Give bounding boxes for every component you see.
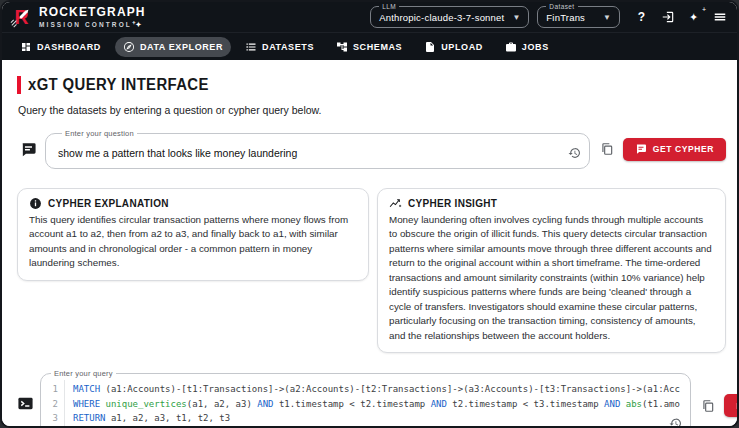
main-content: xGT QUERY INTERFACE Query the datasets b… xyxy=(2,60,737,428)
copy-question-icon[interactable] xyxy=(600,142,614,156)
cypher-insight-card: CYPHER INSIGHT Money laundering often in… xyxy=(377,188,726,353)
schema-tree-icon xyxy=(336,41,348,53)
insight-trend-icon xyxy=(389,197,402,210)
nav-item-schemas[interactable]: SCHEMAS xyxy=(328,37,410,57)
nav-item-jobs[interactable]: JOBS xyxy=(497,37,557,57)
page-title: xGT QUERY INTERFACE xyxy=(28,76,209,94)
info-icon xyxy=(29,197,42,210)
ai-sparkle-icon[interactable]: ✦+ xyxy=(686,10,701,25)
briefcase-icon xyxy=(505,41,517,53)
nav-item-upload[interactable]: UPLOAD xyxy=(416,37,491,57)
top-header: R ROCKETGRAPH MISSION CONTROL⁺✦ LLM Anth… xyxy=(2,2,737,32)
nav-item-dashboard[interactable]: DASHBOARD xyxy=(12,37,109,57)
llm-select-label: LLM xyxy=(379,3,399,10)
run-query-button[interactable]: RUN QUERY xyxy=(724,394,739,417)
query-editor-label: Enter your query xyxy=(51,369,116,378)
nav-item-data-explorer[interactable]: DATA EXPLORER xyxy=(115,37,231,57)
insight-body: Money laundering often involves cycling … xyxy=(389,213,714,343)
chevron-down-icon: ▼ xyxy=(512,13,520,22)
page-subtitle: Query the datasets by entering a questio… xyxy=(18,104,726,116)
title-accent-bar xyxy=(17,76,21,94)
compass-icon xyxy=(123,41,135,53)
brand-tagline: MISSION CONTROL xyxy=(39,21,132,28)
rocket-logo-icon: R xyxy=(10,5,34,29)
cypher-explanation-card: CYPHER EXPLANATION This query identifies… xyxy=(17,188,369,281)
main-nav: DASHBOARD DATA EXPLORER DATASETS SCHEMAS… xyxy=(2,32,737,60)
llm-select[interactable]: LLM Anthropic-claude-3-7-sonnet ▼ xyxy=(370,6,529,28)
question-field-label: Enter your question xyxy=(62,129,137,138)
question-row: Enter your question GET CYPHER xyxy=(17,129,726,169)
question-field: Enter your question xyxy=(45,129,590,169)
sign-in-icon[interactable] xyxy=(660,10,675,25)
copy-query-icon[interactable] xyxy=(701,399,715,413)
dataset-select[interactable]: Dataset FinTrans ▼ xyxy=(537,6,620,28)
list-icon xyxy=(245,41,257,53)
brand-name: ROCKETGRAPH xyxy=(39,6,146,19)
chat-bubble-icon xyxy=(17,141,39,158)
query-row: Enter your query 12345 MATCH (a1:Account… xyxy=(17,369,726,428)
app-window: R ROCKETGRAPH MISSION CONTROL⁺✦ LLM Anth… xyxy=(0,0,739,428)
terminal-icon xyxy=(17,395,34,412)
question-input[interactable] xyxy=(58,147,559,159)
help-icon[interactable]: ? xyxy=(634,10,649,25)
menu-icon[interactable] xyxy=(712,10,727,25)
llm-select-value: Anthropic-claude-3-7-sonnet xyxy=(379,12,504,23)
explanation-title: CYPHER EXPLANATION xyxy=(48,198,169,209)
chevron-down-icon: ▼ xyxy=(603,13,611,22)
brand-logo: R ROCKETGRAPH MISSION CONTROL⁺✦ xyxy=(10,5,150,29)
dashboard-icon xyxy=(20,41,32,53)
explanation-body: This query identifies circular transacti… xyxy=(29,213,357,271)
dataset-select-value: FinTrans xyxy=(546,12,585,23)
insight-title: CYPHER INSIGHT xyxy=(408,198,497,209)
query-editor[interactable]: Enter your query 12345 MATCH (a1:Account… xyxy=(40,369,691,428)
history-icon[interactable] xyxy=(669,417,682,428)
nav-item-datasets[interactable]: DATASETS xyxy=(237,37,322,57)
line-numbers: 12345 xyxy=(47,380,65,428)
upload-file-icon xyxy=(424,41,436,53)
cards-row: CYPHER EXPLANATION This query identifies… xyxy=(17,188,726,353)
get-cypher-button[interactable]: GET CYPHER xyxy=(623,138,726,161)
chat-bubble-icon xyxy=(635,143,647,155)
history-icon[interactable] xyxy=(568,147,581,160)
dataset-select-label: Dataset xyxy=(546,3,577,10)
sparkle-glyph: ⁺✦ xyxy=(132,21,142,28)
query-code[interactable]: MATCH (a1:Accounts)-[t1:Transactions]->(… xyxy=(65,380,680,428)
